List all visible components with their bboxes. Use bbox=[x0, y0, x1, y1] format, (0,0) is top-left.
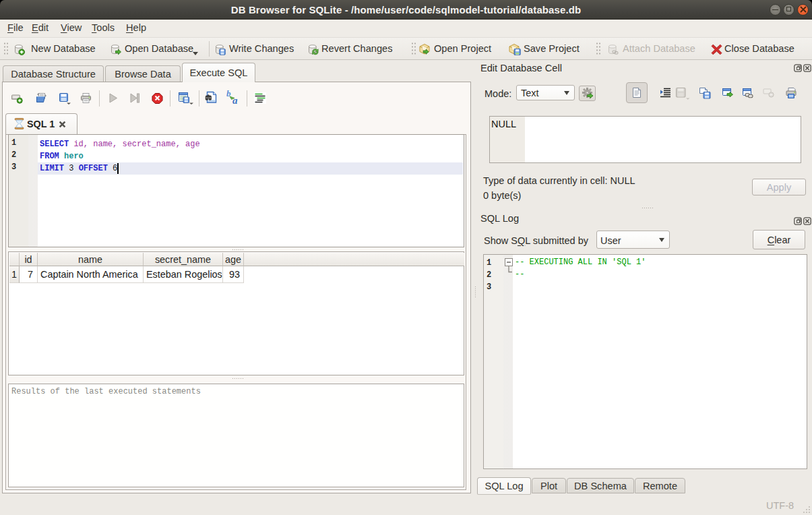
svg-text:a: a bbox=[232, 95, 238, 104]
